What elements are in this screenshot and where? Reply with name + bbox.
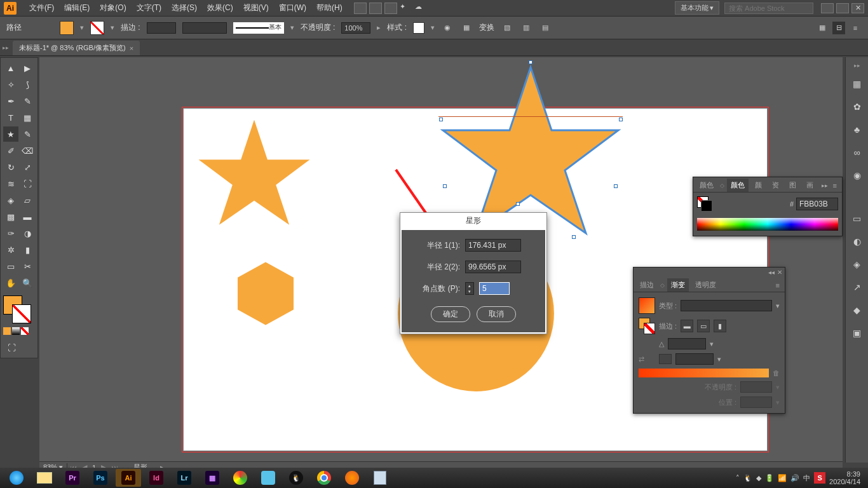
cloud-icon[interactable]: ☁ (415, 3, 428, 14)
lasso-tool[interactable]: ⟆ (20, 77, 35, 92)
selection-handle[interactable] (614, 184, 618, 188)
panel-list-icon[interactable]: ≡ (849, 22, 862, 34)
radius1-input[interactable] (465, 239, 521, 252)
line-tool[interactable]: ▦ (20, 110, 35, 125)
chevron-down-icon[interactable]: ▾ (710, 340, 714, 348)
tab-colorguide[interactable]: 颜色 (696, 179, 717, 192)
color-spectrum[interactable] (697, 218, 838, 231)
selection-handle[interactable] (516, 202, 520, 206)
angle-input[interactable] (668, 338, 706, 349)
cc-icon[interactable]: ♣ (850, 122, 865, 137)
transform-label[interactable]: 变换 (479, 22, 494, 33)
cancel-button[interactable]: 取消 (477, 306, 516, 322)
gradient-type-select[interactable] (681, 300, 772, 311)
chevron-down-icon[interactable]: ▾ (776, 302, 780, 310)
stroke-mode-2[interactable]: ▭ (697, 320, 710, 332)
recolor-icon[interactable]: ◉ (441, 22, 454, 34)
menu-help[interactable]: 帮助(H) (311, 3, 348, 13)
tb-premiere[interactable]: Pr (60, 469, 85, 487)
tray-network-icon[interactable]: 📶 (778, 474, 787, 482)
free-transform-tool[interactable]: ⛶ (20, 176, 35, 191)
swatches-icon[interactable]: ◈ (850, 257, 865, 272)
trash-icon[interactable]: 🗑 (773, 369, 780, 377)
panel-dock-icon[interactable]: ▦ (816, 22, 829, 34)
artboards-icon[interactable]: ▭ (850, 211, 865, 226)
selection-tool[interactable]: ▲ (3, 60, 18, 76)
step-up-icon[interactable]: ▴ (466, 283, 473, 288)
hexagon-shape[interactable] (231, 259, 301, 329)
chevron-down-icon[interactable]: ▾ (111, 24, 114, 32)
radius2-input[interactable] (465, 261, 521, 273)
stroke-color[interactable] (12, 304, 31, 323)
paintbrush-tool[interactable]: ✎ (20, 126, 35, 142)
asset-icon[interactable]: ▣ (850, 325, 865, 341)
collapse-arrows-icon[interactable]: ◂◂ (768, 269, 775, 276)
grad-stroke-swatch[interactable] (644, 323, 655, 334)
gradient-tool[interactable]: ▬ (20, 209, 35, 224)
tray-app-icon[interactable]: ◆ (756, 474, 761, 482)
stock-icon[interactable] (369, 3, 382, 14)
zoom-tool[interactable]: 🔍 (20, 275, 35, 290)
stroke-weight-input[interactable] (147, 22, 176, 34)
star-tool[interactable]: ★ (3, 126, 18, 142)
tb-browser[interactable] (4, 469, 29, 487)
menu-select[interactable]: 选择(S) (166, 3, 202, 13)
window-close[interactable]: ✕ (851, 3, 864, 13)
panel-align-icon[interactable]: ⊟ (832, 22, 845, 34)
tb-firefox[interactable] (339, 469, 365, 487)
arrange-icon[interactable] (384, 3, 397, 14)
hand-tool[interactable]: ✋ (3, 275, 18, 290)
selection-handle[interactable] (619, 118, 623, 121)
panel-stroke-swatch[interactable] (701, 200, 712, 212)
fill-stroke-indicator[interactable] (3, 295, 31, 323)
ratio-icon[interactable] (659, 354, 672, 364)
eraser-tool[interactable]: ⌫ (20, 143, 35, 158)
appearance-icon[interactable]: ◉ (850, 168, 865, 183)
stroke-swatch[interactable] (90, 21, 104, 35)
symbol-sprayer-tool[interactable]: ✲ (3, 242, 18, 257)
isolate-icon[interactable]: ▥ (520, 22, 532, 34)
fill-swatch[interactable] (60, 21, 74, 35)
star-shape-1[interactable] (194, 114, 315, 234)
tray-volume-icon[interactable]: 🔊 (790, 474, 799, 482)
tray-ime-icon[interactable]: 中 (803, 473, 810, 483)
collapse-arrows-icon[interactable]: ▸▸ (822, 182, 828, 189)
eyedropper-tool[interactable]: ✑ (3, 226, 18, 241)
tray-expand-icon[interactable]: ˄ (736, 474, 740, 482)
blend-tool[interactable]: ◑ (20, 226, 35, 241)
menu-text[interactable]: 文字(T) (132, 3, 166, 13)
type-tool[interactable]: T (3, 110, 18, 125)
close-icon[interactable]: × (130, 44, 133, 52)
opacity-input[interactable] (341, 22, 370, 34)
gradient-slider[interactable] (639, 369, 769, 377)
gradient-preview[interactable] (639, 297, 655, 314)
tab-transparency[interactable]: 透明度 (691, 278, 720, 292)
color-mode-fill[interactable] (3, 327, 11, 335)
selection-handle[interactable] (572, 235, 576, 239)
layers-icon[interactable]: ◆ (850, 302, 865, 318)
scale-tool[interactable]: ⤢ (20, 159, 35, 175)
chevron-down-icon[interactable]: ▾ (717, 355, 721, 363)
tb-qq[interactable]: 🐧 (283, 469, 309, 487)
direct-selection-tool[interactable]: ▶ (20, 60, 35, 76)
tab-assets[interactable]: 资 (768, 179, 783, 192)
cloud-panel-icon[interactable]: ∞ (850, 145, 865, 160)
chevron-down-icon[interactable]: ▾ (431, 24, 435, 32)
graph-tool[interactable]: ▮ (20, 242, 35, 257)
tray-sogou-icon[interactable]: S (814, 472, 825, 484)
tb-app2[interactable] (227, 469, 253, 487)
menu-effect[interactable]: 效果(C) (202, 3, 238, 13)
shaper-tool[interactable]: ✐ (3, 143, 18, 158)
curvature-tool[interactable]: ✎ (20, 93, 35, 109)
bridge-icon[interactable] (354, 3, 367, 14)
points-stepper[interactable]: ▴▾ (465, 282, 474, 295)
tab-color[interactable]: 颜色 (727, 179, 749, 192)
brush-preview[interactable]: 基本 (233, 22, 284, 34)
taskbar-clock[interactable]: 8:39 2020/4/14 (829, 470, 860, 485)
gpu-icon[interactable]: ✦ (400, 3, 412, 14)
menu-view[interactable]: 视图(V) (238, 3, 274, 13)
system-tray[interactable]: ˄ 🐧 ◆ 🔋 📶 🔊 中 S 8:39 2020/4/14 (736, 470, 865, 485)
tb-explorer[interactable] (32, 469, 57, 487)
document-tab[interactable]: 未标题-1* @ 83% (RGB/像素预览) × (13, 41, 140, 55)
stop-opacity-input[interactable] (740, 381, 772, 393)
